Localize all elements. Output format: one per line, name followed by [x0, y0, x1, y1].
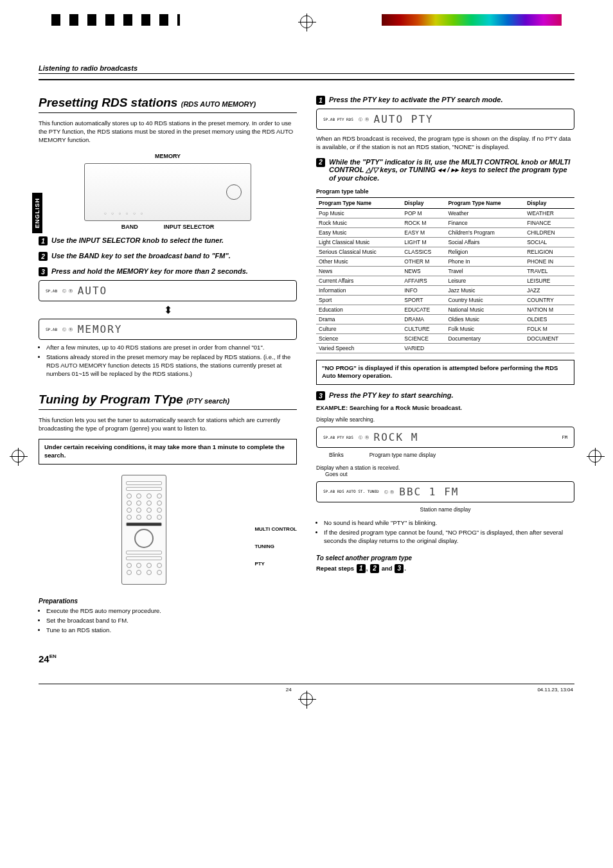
- section-a-title: Presetting RDS stations (RDS AUTO MEMORY…: [39, 96, 297, 113]
- table-row: SportSPORTCountry MusicCOUNTRY: [316, 295, 574, 305]
- registration-mark-bottom: [300, 693, 313, 705]
- memory-label: MEMORY: [39, 153, 297, 159]
- table-row: Pop MusicPOP MWeatherWEATHER: [316, 208, 574, 218]
- table-row: CultureCULTUREFolk MusicFOLK M: [316, 324, 574, 333]
- table-row: InformationINFOJazz MusicJAZZ: [316, 285, 574, 295]
- tuning-label: TUNING: [254, 544, 297, 549]
- section-b-title: Tuning by Program TYpe (PTY search): [39, 393, 297, 410]
- main-unit-diagram: ○ ○ ○ ○ ○ ○: [84, 163, 251, 221]
- lcd-received: SP.AB RDS AUTO ST. TUNED Ⓛ Ⓡ BBC 1 FM: [316, 481, 574, 502]
- step-a2: Use the BAND key to set the broadcast ba…: [51, 252, 231, 260]
- language-tab: ENGLISH: [32, 193, 42, 233]
- table-row: NewsNEWSTravelTRAVEL: [316, 266, 574, 276]
- table-row: ScienceSCIENCEDocumentaryDOCUMENT: [316, 333, 574, 343]
- received-label: Display when a station is received.: [316, 465, 574, 471]
- lcd-auto: SP.AB Ⓛ Ⓡ AUTO: [39, 280, 297, 301]
- step-a3: Press and hold the MEMORY key for more t…: [51, 267, 248, 275]
- blinks-label: Blinks: [329, 452, 344, 458]
- step-a1: Use the INPUT SELECTOR knob to select th…: [51, 236, 224, 244]
- breadcrumb: Listening to radio broadcasts: [39, 64, 574, 74]
- section-a-intro: This function automatically stores up to…: [39, 120, 297, 144]
- step-r1: Press the PTY key to activate the PTY se…: [329, 96, 502, 103]
- lcd-searching: SP.AB PTY RDS Ⓛ Ⓡ ROCK M FM: [316, 427, 574, 448]
- lcd-memory: SP.AB Ⓛ Ⓡ MEMORY: [39, 319, 297, 340]
- arrow-icon: ⬍: [39, 304, 297, 316]
- repeat-steps: Repeat steps 1, 2 and 3.: [316, 564, 574, 573]
- section-a-bullets: After a few minutes, up to 40 RDS statio…: [39, 344, 297, 378]
- multi-control-label: MULTI CONTROL: [254, 526, 297, 532]
- remote-diagram: [121, 475, 166, 585]
- no-prog-note: "NO PROG" is displayed if this operation…: [316, 360, 574, 385]
- table-row: Light Classical MusicLIGHT MSocial Affai…: [316, 237, 574, 247]
- preparations-title: Preparations: [39, 598, 297, 605]
- table-row: Serious Classical MusicCLASSICSReligionR…: [316, 247, 574, 256]
- page-number: 24EN: [39, 653, 297, 664]
- ptname-label: Program type name display: [369, 452, 436, 458]
- example-title: EXAMPLE: Searching for a Rock Music broa…: [316, 404, 574, 412]
- station-name-label: Station name display: [316, 506, 574, 513]
- searching-label: Display while searching.: [316, 416, 574, 423]
- step-r2: While the "PTY" indicator is lit, use th…: [329, 158, 574, 182]
- program-type-table: Program Type NameDisplay Program Type Na…: [316, 197, 574, 353]
- table-row: Rock MusicROCK MFinanceFINANCE: [316, 218, 574, 227]
- table-row: EducationEDUCATENational MusicNATION M: [316, 305, 574, 314]
- band-label: BAND: [121, 224, 138, 230]
- preparations-list: Execute the RDS auto memory procedure. S…: [39, 607, 297, 634]
- step-r3: Press the PTY key to start searching.: [329, 391, 454, 399]
- select-another-title: To select another program type: [316, 554, 574, 562]
- section-b-note: Under certain receiving conditions, it m…: [39, 439, 297, 465]
- table-row: Current AffairsAFFAIRSLeisureLEISURE: [316, 276, 574, 285]
- section-b-intro: This function lets you set the tuner to …: [39, 416, 297, 433]
- table-title: Program type table: [316, 188, 574, 195]
- table-row: Easy MusicEASY MChildren's ProgramCHILDR…: [316, 227, 574, 237]
- pty-label: PTY: [254, 561, 297, 567]
- table-row: Varied SpeechVARIED: [316, 343, 574, 353]
- lcd-pty-mode: SP.AB PTY RDS Ⓛ Ⓡ AUTO PTY: [316, 109, 574, 130]
- table-row: DramaDRAMAOldies MusicOLDIES: [316, 314, 574, 324]
- after-step3-bullets: No sound is heard while "PTY" is blinkin…: [316, 519, 574, 545]
- table-row: Other MusicOTHER MPhone InPHONE IN: [316, 256, 574, 266]
- goes-out-label: Goes out: [316, 471, 574, 477]
- rule: [39, 79, 574, 80]
- input-selector-label: INPUT SELECTOR: [164, 224, 214, 230]
- after-step1: When an RDS broadcast is received, the p…: [316, 135, 574, 152]
